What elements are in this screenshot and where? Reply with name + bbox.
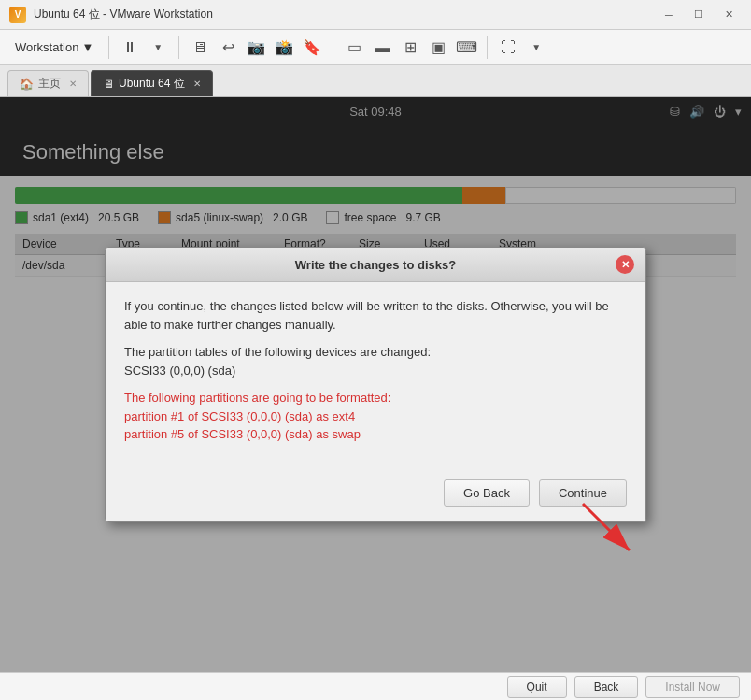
dropdown-btn-1[interactable]: ▼ [145,35,171,61]
tab-home-close[interactable]: ✕ [69,79,77,89]
dialog-body-line4: The following partitions are going to be… [124,389,627,444]
view-button1[interactable]: ▭ [341,35,367,61]
dialog-body-line3: SCSI33 (0,0,0) (sda) [124,364,235,378]
revert-button[interactable]: ↩ [215,35,241,61]
continue-button[interactable]: Continue [539,479,627,507]
go-back-button[interactable]: Go Back [444,479,530,507]
menu-separator-4 [487,36,488,59]
vm-area: Sat 09:48 ⛁ 🔊 ⏻ ▾ Something else [0,97,751,672]
vmware-icon: V [9,7,26,23]
menu-separator-2 [178,36,179,59]
bottom-tab-bar: Quit Back Install Now [0,672,751,700]
pause-button[interactable]: ⏸ [117,35,143,61]
dialog-actions: Go Back Continue [106,468,645,521]
dialog-body-line5: partition #1 of SCSI33 (0,0,0) (sda) as … [124,409,355,423]
snapshot3-button[interactable]: 📸 [271,35,297,61]
view-button3[interactable]: ⊞ [397,35,423,61]
write-changes-dialog: Write the changes to disks? ✕ If you con… [105,247,646,522]
tab-ubuntu[interactable]: 🖥 Ubuntu 64 位 ✕ [91,70,213,96]
dialog-titlebar: Write the changes to disks? ✕ [106,248,645,282]
dropdown-btn-2[interactable]: ▼ [523,35,549,61]
ubuntu-tab-icon: 🖥 [103,78,114,91]
snapshot-button[interactable]: 🖥 [187,35,213,61]
toolbar-group-2: 🖥 ↩ 📷 📸 🔖 [187,35,325,61]
dialog-body-line2: The partition tables of the following de… [124,343,627,379]
minimize-button[interactable]: ─ [656,6,682,24]
fullscreen-button[interactable]: ⛶ [495,35,521,61]
close-button[interactable]: ✕ [716,6,742,24]
tab-bar: 🏠 主页 ✕ 🖥 Ubuntu 64 位 ✕ [0,65,751,97]
tab-ubuntu-label: Ubuntu 64 位 [119,76,185,92]
home-icon: 🏠 [20,78,34,91]
toolbar-group-1: ⏸ ▼ [117,35,171,61]
ubuntu-ui: Sat 09:48 ⛁ 🔊 ⏻ ▾ Something else [0,97,751,672]
view-button4[interactable]: ▣ [425,35,451,61]
dialog-title: Write the changes to disks? [135,258,616,272]
toolbar-group-4: ⛶ ▼ [495,35,549,61]
menu-separator-3 [333,36,333,59]
quit-button[interactable]: Quit [507,676,567,698]
menu-separator-1 [108,36,109,59]
tab-home-label: 主页 [38,76,61,92]
restore-button[interactable]: ☐ [686,6,712,24]
dialog-body-line1: If you continue, the changes listed belo… [124,297,627,334]
toolbar-group-3: ▭ ▬ ⊞ ▣ ⌨ [341,35,479,61]
workstation-menu[interactable]: Workstation ▼ [7,36,101,58]
dialog-body: If you continue, the changes listed belo… [106,282,645,468]
dropdown-arrow: ▼ [81,40,93,54]
window-title: Ubuntu 64 位 - VMware Workstation [34,7,213,22]
dialog-overlay: Write the changes to disks? ✕ If you con… [0,97,751,672]
bottom-buttons: Quit Back Install Now [507,676,740,698]
window-controls: ─ ☐ ✕ [656,6,742,24]
view-button5[interactable]: ⌨ [453,35,479,61]
snapshot2-button[interactable]: 📷 [243,35,269,61]
workstation-label: Workstation [15,40,78,54]
title-bar: V Ubuntu 64 位 - VMware Workstation ─ ☐ ✕ [0,0,751,30]
title-bar-left: V Ubuntu 64 位 - VMware Workstation [9,7,213,23]
back-button[interactable]: Back [574,676,639,698]
view-button2[interactable]: ▬ [369,35,395,61]
tab-home[interactable]: 🏠 主页 ✕ [7,70,89,96]
dialog-body-line6: partition #5 of SCSI33 (0,0,0) (sda) as … [124,427,361,441]
tab-ubuntu-close[interactable]: ✕ [193,79,201,89]
snapshot4-button[interactable]: 🔖 [299,35,325,61]
install-now-button[interactable]: Install Now [645,676,740,698]
menu-bar: Workstation ▼ ⏸ ▼ 🖥 ↩ 📷 📸 🔖 ▭ ▬ ⊞ ▣ ⌨ ⛶ … [0,30,751,65]
dialog-close-button[interactable]: ✕ [616,255,634,274]
